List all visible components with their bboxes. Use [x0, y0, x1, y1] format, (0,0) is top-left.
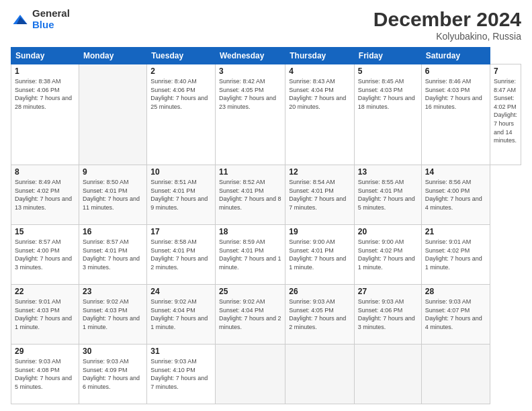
- table-row: 10 Sunrise: 8:51 AMSunset: 4:01 PMDaylig…: [147, 165, 216, 225]
- day-number: 23: [83, 287, 143, 296]
- day-number: 9: [83, 167, 143, 177]
- day-number: 2: [150, 66, 212, 76]
- table-row: 28 Sunrise: 9:03 AMSunset: 4:07 PMDaylig…: [421, 285, 490, 345]
- logo-blue-text: Blue: [32, 19, 70, 31]
- day-info: Sunrise: 9:03 AMSunset: 4:09 PMDaylight:…: [83, 358, 140, 390]
- table-row: 12 Sunrise: 8:54 AMSunset: 4:01 PMDaylig…: [285, 165, 355, 225]
- day-info: Sunrise: 9:03 AMSunset: 4:06 PMDaylight:…: [358, 298, 415, 330]
- table-row: 26 Sunrise: 9:03 AMSunset: 4:05 PMDaylig…: [285, 285, 355, 345]
- day-number: 26: [289, 287, 351, 296]
- table-row: [285, 344, 355, 404]
- day-info: Sunrise: 8:51 AMSunset: 4:01 PMDaylight:…: [150, 179, 208, 211]
- day-number: 1: [15, 66, 75, 76]
- day-info: Sunrise: 8:54 AMSunset: 4:01 PMDaylight:…: [289, 179, 346, 211]
- table-row: [421, 344, 490, 404]
- day-info: Sunrise: 8:57 AMSunset: 4:01 PMDaylight:…: [83, 238, 140, 271]
- day-number: 3: [219, 66, 281, 76]
- table-row: 9 Sunrise: 8:50 AMSunset: 4:01 PMDayligh…: [79, 165, 147, 225]
- table-row: 25 Sunrise: 9:02 AMSunset: 4:04 PMDaylig…: [215, 285, 285, 345]
- table-row: 20 Sunrise: 9:00 AMSunset: 4:02 PMDaylig…: [354, 225, 421, 285]
- day-info: Sunrise: 8:40 AMSunset: 4:06 PMDaylight:…: [150, 78, 208, 110]
- day-info: Sunrise: 9:01 AMSunset: 4:02 PMDaylight:…: [425, 238, 482, 271]
- logo-icon: [11, 10, 30, 29]
- calendar-week-4: 22 Sunrise: 9:01 AMSunset: 4:03 PMDaylig…: [11, 285, 521, 345]
- col-monday: Monday: [79, 48, 147, 64]
- day-number: 11: [219, 167, 281, 177]
- day-info: Sunrise: 8:55 AMSunset: 4:01 PMDaylight:…: [358, 179, 415, 211]
- table-row: 21 Sunrise: 9:01 AMSunset: 4:02 PMDaylig…: [421, 225, 490, 285]
- header: General Blue December 2024 Kolyubakino, …: [11, 8, 521, 42]
- day-info: Sunrise: 9:03 AMSunset: 4:07 PMDaylight:…: [425, 298, 482, 330]
- table-row: 30 Sunrise: 9:03 AMSunset: 4:09 PMDaylig…: [79, 344, 147, 404]
- day-number: 6: [425, 66, 486, 76]
- day-info: Sunrise: 8:59 AMSunset: 4:01 PMDaylight:…: [219, 238, 281, 271]
- day-info: Sunrise: 8:43 AMSunset: 4:04 PMDaylight:…: [289, 78, 346, 110]
- logo: General Blue: [11, 8, 70, 30]
- day-info: Sunrise: 8:45 AMSunset: 4:03 PMDaylight:…: [358, 78, 415, 110]
- day-info: Sunrise: 9:00 AMSunset: 4:01 PMDaylight:…: [289, 238, 346, 271]
- calendar-table: Sunday Monday Tuesday Wednesday Thursday…: [11, 47, 521, 404]
- day-number: 17: [150, 227, 212, 236]
- table-row: 16 Sunrise: 8:57 AMSunset: 4:01 PMDaylig…: [79, 225, 147, 285]
- calendar-header: Sunday Monday Tuesday Wednesday Thursday…: [11, 48, 521, 64]
- col-sunday: Sunday: [11, 48, 79, 64]
- table-row: 29 Sunrise: 9:03 AMSunset: 4:08 PMDaylig…: [11, 344, 79, 404]
- day-info: Sunrise: 9:02 AMSunset: 4:03 PMDaylight:…: [83, 298, 140, 330]
- col-saturday: Saturday: [421, 48, 490, 64]
- logo-general-text: General: [32, 8, 70, 19]
- table-row: 17 Sunrise: 8:58 AMSunset: 4:01 PMDaylig…: [147, 225, 216, 285]
- location-text: Kolyubakino, Russia: [373, 31, 521, 42]
- day-info: Sunrise: 8:57 AMSunset: 4:00 PMDaylight:…: [15, 238, 72, 271]
- day-number: 31: [150, 347, 212, 356]
- calendar-week-3: 15 Sunrise: 8:57 AMSunset: 4:00 PMDaylig…: [11, 225, 521, 285]
- table-row: 8 Sunrise: 8:49 AMSunset: 4:02 PMDayligh…: [11, 165, 79, 225]
- day-info: Sunrise: 8:58 AMSunset: 4:01 PMDaylight:…: [150, 238, 208, 271]
- table-row: 2 Sunrise: 8:40 AMSunset: 4:06 PMDayligh…: [147, 64, 216, 165]
- calendar-week-1: 1 Sunrise: 8:38 AMSunset: 4:06 PMDayligh…: [11, 64, 521, 165]
- table-row: 24 Sunrise: 9:02 AMSunset: 4:04 PMDaylig…: [147, 285, 216, 345]
- table-row: 15 Sunrise: 8:57 AMSunset: 4:00 PMDaylig…: [11, 225, 79, 285]
- day-info: Sunrise: 9:01 AMSunset: 4:03 PMDaylight:…: [15, 298, 72, 330]
- day-number: 22: [15, 287, 75, 296]
- day-number: 8: [15, 167, 75, 177]
- day-info: Sunrise: 8:52 AMSunset: 4:01 PMDaylight:…: [219, 179, 281, 211]
- table-row: 31 Sunrise: 9:03 AMSunset: 4:10 PMDaylig…: [147, 344, 216, 404]
- table-row: 22 Sunrise: 9:01 AMSunset: 4:03 PMDaylig…: [11, 285, 79, 345]
- day-number: 20: [358, 227, 418, 236]
- table-row: 1 Sunrise: 8:38 AMSunset: 4:06 PMDayligh…: [11, 64, 79, 165]
- weekday-row: Sunday Monday Tuesday Wednesday Thursday…: [11, 48, 521, 64]
- day-number: 28: [425, 287, 486, 296]
- day-info: Sunrise: 8:46 AMSunset: 4:03 PMDaylight:…: [425, 78, 482, 110]
- day-number: 7: [494, 66, 517, 76]
- day-info: Sunrise: 8:38 AMSunset: 4:06 PMDaylight:…: [15, 78, 72, 110]
- day-info: Sunrise: 9:03 AMSunset: 4:05 PMDaylight:…: [289, 298, 346, 330]
- table-row: [215, 344, 285, 404]
- day-number: 24: [150, 287, 212, 296]
- day-info: Sunrise: 9:03 AMSunset: 4:10 PMDaylight:…: [150, 358, 208, 390]
- day-number: 19: [289, 227, 351, 236]
- day-info: Sunrise: 8:49 AMSunset: 4:02 PMDaylight:…: [15, 179, 72, 211]
- day-info: Sunrise: 8:42 AMSunset: 4:05 PMDaylight:…: [219, 78, 276, 110]
- table-row: 18 Sunrise: 8:59 AMSunset: 4:01 PMDaylig…: [215, 225, 285, 285]
- day-number: 30: [83, 347, 143, 356]
- table-row: 19 Sunrise: 9:00 AMSunset: 4:01 PMDaylig…: [285, 225, 355, 285]
- day-info: Sunrise: 9:02 AMSunset: 4:04 PMDaylight:…: [150, 298, 208, 330]
- day-number: 4: [289, 66, 351, 76]
- day-number: 29: [15, 347, 75, 356]
- day-number: 10: [150, 167, 212, 177]
- logo-text: General Blue: [32, 8, 70, 30]
- calendar-week-2: 8 Sunrise: 8:49 AMSunset: 4:02 PMDayligh…: [11, 165, 521, 225]
- day-info: Sunrise: 8:50 AMSunset: 4:01 PMDaylight:…: [83, 179, 140, 211]
- month-title: December 2024: [373, 8, 521, 31]
- day-info: Sunrise: 8:47 AMSunset: 4:02 PMDaylight:…: [494, 78, 517, 144]
- table-row: [354, 344, 421, 404]
- table-row: [79, 64, 147, 165]
- day-number: 14: [425, 167, 486, 177]
- day-info: Sunrise: 8:56 AMSunset: 4:00 PMDaylight:…: [425, 179, 482, 211]
- col-tuesday: Tuesday: [147, 48, 216, 64]
- table-row: 6 Sunrise: 8:46 AMSunset: 4:03 PMDayligh…: [421, 64, 490, 165]
- table-row: 5 Sunrise: 8:45 AMSunset: 4:03 PMDayligh…: [354, 64, 421, 165]
- col-thursday: Thursday: [285, 48, 355, 64]
- calendar-page: General Blue December 2024 Kolyubakino, …: [0, 0, 532, 411]
- day-number: 21: [425, 227, 486, 236]
